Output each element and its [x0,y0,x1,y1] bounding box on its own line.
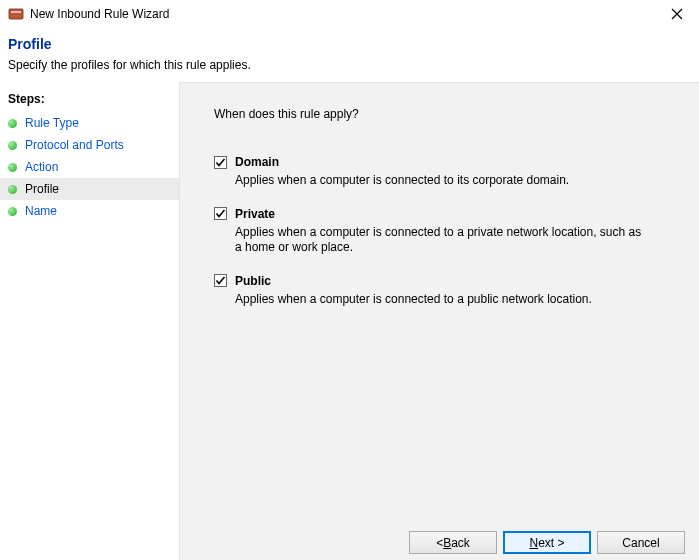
profile-domain-block: Domain Applies when a computer is connec… [214,155,677,189]
step-bullet-icon [8,141,17,150]
checkbox-label: Private [235,207,275,221]
profile-private-block: Private Applies when a computer is conne… [214,207,677,256]
step-label: Profile [25,182,59,196]
wizard-footer: < Back Next > Cancel [409,531,685,554]
svg-rect-0 [9,9,23,19]
step-protocol-ports[interactable]: Protocol and Ports [0,134,179,156]
step-name[interactable]: Name [0,200,179,222]
cancel-button[interactable]: Cancel [597,531,685,554]
step-label: Rule Type [25,116,79,130]
titlebar: New Inbound Rule Wizard [0,0,699,28]
close-button[interactable] [663,0,691,28]
back-button[interactable]: < Back [409,531,497,554]
checkbox-public[interactable] [214,274,227,287]
steps-heading: Steps: [0,88,179,112]
checkbox-description: Applies when a computer is connected to … [235,173,645,189]
checkbox-description: Applies when a computer is connected to … [235,225,645,256]
wizard-content: When does this rule apply? Domain Applie… [180,82,699,560]
checkbox-label: Domain [235,155,279,169]
step-rule-type[interactable]: Rule Type [0,112,179,134]
page-subtitle: Specify the profiles for which this rule… [8,58,691,72]
wizard-header: Profile Specify the profiles for which t… [0,28,699,82]
svg-rect-1 [11,11,21,13]
checkbox-private[interactable] [214,207,227,220]
checkbox-domain[interactable] [214,156,227,169]
step-label: Action [25,160,58,174]
app-icon [8,6,24,22]
step-label: Protocol and Ports [25,138,124,152]
step-bullet-icon [8,119,17,128]
content-question: When does this rule apply? [214,107,677,121]
step-action[interactable]: Action [0,156,179,178]
step-bullet-icon [8,185,17,194]
profile-public-block: Public Applies when a computer is connec… [214,274,677,308]
step-bullet-icon [8,207,17,216]
checkbox-description: Applies when a computer is connected to … [235,292,645,308]
step-bullet-icon [8,163,17,172]
step-label: Name [25,204,57,218]
page-title: Profile [8,36,691,52]
checkbox-label: Public [235,274,271,288]
step-profile[interactable]: Profile [0,178,179,200]
window-title: New Inbound Rule Wizard [30,7,663,21]
next-button[interactable]: Next > [503,531,591,554]
steps-sidebar: Steps: Rule Type Protocol and Ports Acti… [0,82,180,560]
